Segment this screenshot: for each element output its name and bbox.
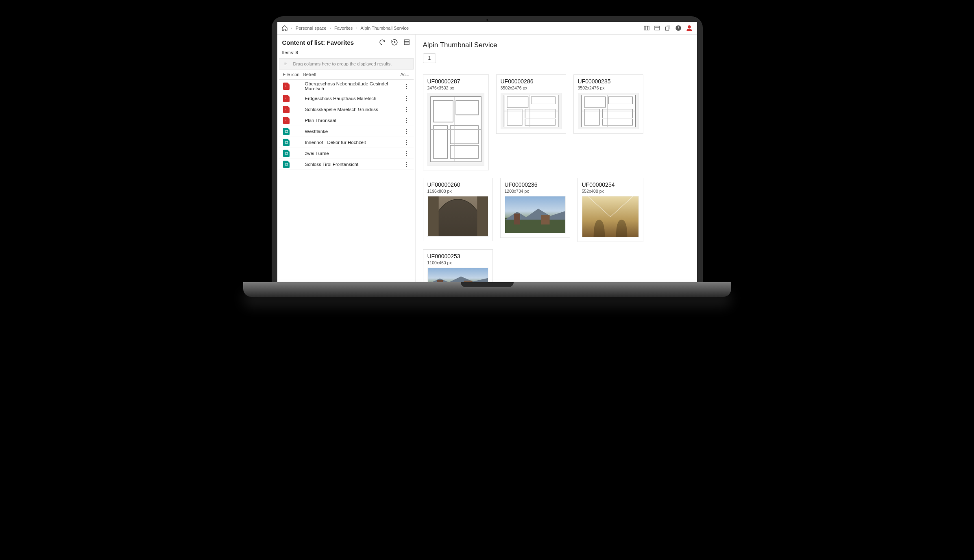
pdf-file-icon: λ [283,83,290,90]
breadcrumb-item[interactable]: Personal space [296,26,327,31]
sidebar: Content of list: Favorites Items: 8 Drag… [277,35,416,282]
table-row[interactable]: Innenhof - Dekor für Hochzeit [279,137,414,148]
thumbnail-image [501,93,562,129]
columns-icon[interactable] [643,25,650,31]
image-file-icon [283,139,290,146]
image-file-icon [283,128,290,135]
table-row[interactable]: λSchlosskapelle Maretsch Grundriss [279,104,414,115]
thumbnail-image [505,196,566,233]
refresh-icon[interactable] [379,39,386,46]
row-actions-icon[interactable] [404,118,410,123]
card-id: UF00000260 [427,181,488,188]
popout-icon[interactable] [665,25,671,31]
table-row[interactable]: zwei Türme [279,148,414,159]
thumbnail-image [427,268,488,282]
svg-rect-48 [541,215,549,224]
user-avatar-icon[interactable] [686,24,693,32]
thumbnail-image [578,93,639,129]
svg-marker-50 [428,277,488,282]
table-rows: λObergeschoss Nebengebäude Gesindel Mare… [279,80,414,170]
svg-text:λ: λ [285,120,286,121]
image-file-icon [283,161,290,168]
camera-dot [486,19,488,21]
laptop-base [243,282,731,297]
row-name: Plan Thronsaal [303,118,396,123]
card-id: UF00000253 [427,253,488,259]
card-dimensions: 3502x2476 px [578,85,639,90]
thumbnail-image [427,196,488,237]
row-actions-icon[interactable] [404,129,410,134]
row-actions-icon[interactable] [404,96,410,101]
list-title: Content of list: Favorites [282,39,354,46]
thumbnail-card[interactable]: UF000002863502x2476 px [496,74,566,134]
list-view-icon[interactable] [403,39,410,46]
row-name: zwei Türme [303,151,396,156]
card-id: UF00000254 [582,181,639,188]
breadcrumb-item[interactable]: Alpin Thumbnail Service [361,26,409,31]
svg-rect-6 [404,40,409,45]
row-actions-icon[interactable] [404,84,410,89]
laptop-frame: ‹ Personal space › Favorites › Alpin Thu… [272,16,703,282]
topbar-actions: i [643,24,693,32]
pdf-file-icon: λ [283,117,290,124]
card-dimensions: 2476x3502 px [427,85,484,90]
panel-icon[interactable] [654,25,660,31]
table-row[interactable]: Schloss Tirol Frontansicht [279,159,414,170]
card-id: UF00000236 [505,181,566,188]
row-name: Erdgeschoss Haupthaus Maretsch [303,96,396,101]
row-name: Obergeschoss Nebengebäude Gesindel Maret… [303,81,396,91]
app-screen: ‹ Personal space › Favorites › Alpin Thu… [277,22,697,282]
thumbnail-image [427,93,484,166]
group-by-bar[interactable]: Drag columns here to group the displayed… [279,58,414,70]
thumbnail-card[interactable]: UF000002531100x460 px [423,249,493,282]
thumbnail-image [582,196,639,238]
col-subject[interactable]: Betreff [303,72,396,77]
content-pane: Alpin Thumbnail Service 1 UF000002872476… [416,35,697,282]
page-button[interactable]: 1 [423,53,436,63]
table-row[interactable]: Westflanke [279,126,414,137]
table-row[interactable]: λObergeschoss Nebengebäude Gesindel Mare… [279,80,414,93]
thumbnail-card[interactable]: UF000002872476x3502 px [423,74,489,170]
thumbnail-card[interactable]: UF000002601196x800 px [423,178,493,241]
history-icon[interactable] [391,39,398,46]
image-file-icon [283,150,290,157]
card-id: UF00000285 [578,78,639,85]
row-actions-icon[interactable] [404,140,410,145]
row-name: Westflanke [303,129,396,134]
breadcrumb-item[interactable]: Favorites [334,26,353,31]
table-header: File icon Betreff Ac... [279,70,414,80]
card-dimensions: 552x400 px [582,189,639,194]
thumbnail-card[interactable]: UF000002853502x2476 px [573,74,643,134]
row-actions-icon[interactable] [404,162,410,167]
thumbnail-card[interactable]: UF00000254552x400 px [577,178,643,242]
home-icon[interactable] [281,25,288,31]
row-name: Innenhof - Dekor für Hochzeit [303,140,396,145]
row-actions-icon[interactable] [404,107,410,112]
svg-rect-2 [665,27,669,30]
table-row[interactable]: λErdgeschoss Haupthaus Maretsch [279,93,414,104]
row-name: Schloss Tirol Frontansicht [303,162,396,167]
info-icon[interactable]: i [675,25,682,31]
breadcrumb-back[interactable]: ‹ [291,26,292,31]
svg-rect-43 [428,196,439,236]
card-dimensions: 1100x460 px [427,260,488,265]
row-actions-icon[interactable] [404,151,410,156]
svg-text:λ: λ [285,85,286,87]
row-name: Schlosskapelle Maretsch Grundriss [303,107,396,112]
card-dimensions: 3502x2476 px [501,85,562,90]
col-file-icon[interactable]: File icon [283,72,303,77]
items-count: Items: 8 [277,48,415,58]
svg-marker-46 [505,209,565,220]
svg-point-5 [688,25,691,28]
main-split: Content of list: Favorites Items: 8 Drag… [277,35,697,282]
topbar: ‹ Personal space › Favorites › Alpin Thu… [277,22,697,35]
col-actions[interactable]: Ac... [396,72,410,77]
sidebar-tools [379,39,410,46]
pdf-file-icon: λ [283,95,290,102]
svg-text:λ: λ [285,109,286,110]
content-title: Alpin Thumbnail Service [423,41,690,49]
svg-rect-47 [514,214,520,224]
pdf-file-icon: λ [283,106,290,113]
thumbnail-card[interactable]: UF000002361200x734 px [500,178,570,238]
table-row[interactable]: λPlan Thronsaal [279,115,414,126]
